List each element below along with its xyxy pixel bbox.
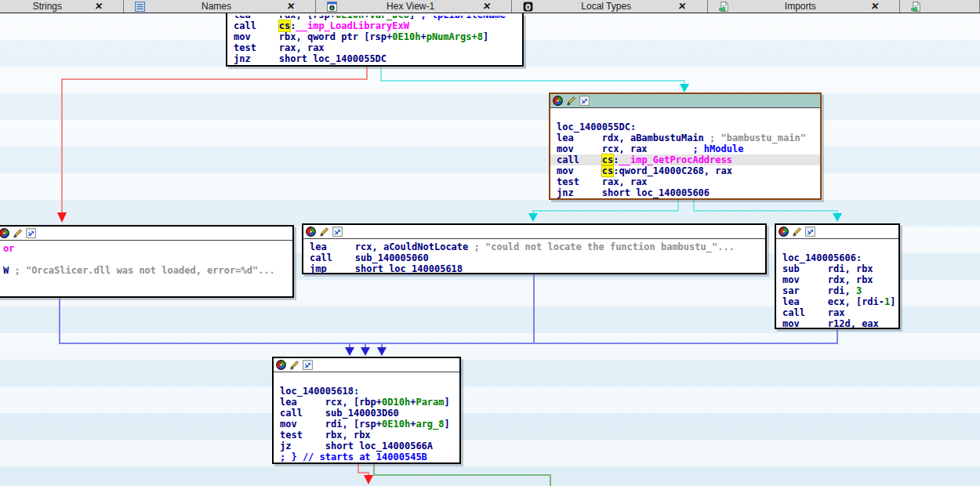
- frame-icon[interactable]: [579, 96, 590, 106]
- code-line: lea rdx, [rsp+0E10h+var_DC8] ; lpLibFile…: [227, 16, 522, 20]
- svg-text:0: 0: [525, 2, 531, 11]
- code-line: mov rdx, rbx: [776, 274, 898, 285]
- edge-top-jnz-cyan-arrowhead: [680, 84, 689, 92]
- tab-imports[interactable]: Imports✕: [708, 0, 901, 13]
- wheel-icon[interactable]: [276, 360, 286, 370]
- code-line: mov cs:qword_14000C268, rax: [550, 165, 820, 176]
- wheel-icon[interactable]: [779, 227, 789, 237]
- tab-label: Names: [146, 1, 288, 12]
- basic-block-loadlibrary[interactable]: lea rdx, [rsp+0E10h+var_DC8] ; lpLibFile…: [226, 13, 524, 67]
- code-line: loc_140005618:: [274, 386, 459, 397]
- pencil-icon[interactable]: [792, 227, 802, 237]
- tab-hex-view-1[interactable]: Hex View-1✕: [316, 0, 512, 13]
- node-header: [274, 358, 459, 372]
- pencil-icon[interactable]: [289, 360, 299, 370]
- pencil-icon[interactable]: [13, 228, 23, 238]
- code-line: [0, 276, 292, 287]
- code-line: call sub_140003D60: [274, 408, 459, 419]
- code-line: mov r12d, eax: [776, 318, 898, 329]
- code-line: [550, 111, 820, 121]
- code-line: W ; "OrcaSlicer.dll was not loaded, erro…: [0, 265, 292, 276]
- edge-into-bottom-2-blue-arrowhead: [361, 347, 370, 356]
- tab-close-icon[interactable]: ✕: [678, 1, 688, 12]
- frame-icon[interactable]: [303, 360, 313, 370]
- code-line: ; } // starts at 14000545B: [274, 452, 459, 462]
- tab-strings[interactable]: Strings✕: [0, 0, 124, 13]
- basic-block-orcaslicer-error[interactable]: orW ; "OrcaSlicer.dll was not loaded, er…: [0, 225, 294, 298]
- tab-label: Local Types: [534, 1, 679, 12]
- list-icon: [134, 1, 146, 13]
- code-line: [776, 241, 898, 252]
- tab-label: Strings: [0, 1, 95, 12]
- code-line: lea rdx, aBambustuMain ; "bambustu_main": [550, 132, 820, 143]
- node-header: [550, 94, 820, 108]
- tab-close-icon[interactable]: ✕: [870, 1, 880, 12]
- node-header: [303, 225, 765, 239]
- basic-block-loc-140005606[interactable]: loc_140005606:sub rdi, rbxmov rdx, rbxsa…: [775, 223, 900, 329]
- tab-names[interactable]: Names✕: [124, 0, 317, 13]
- page-icon: [718, 1, 730, 13]
- frame-icon[interactable]: [805, 227, 815, 237]
- tab-close-icon[interactable]: ✕: [482, 1, 492, 12]
- code-line: test rax, rax: [227, 42, 522, 53]
- code-line: sub rdi, rbx: [776, 263, 898, 274]
- zero-icon: 0: [522, 1, 534, 13]
- code-line: or: [0, 243, 292, 254]
- code-line: jmp short loc_140005618: [303, 263, 765, 274]
- tab-label: Imports: [730, 1, 872, 12]
- pencil-icon[interactable]: [566, 96, 576, 106]
- code-line: loc_1400055DC:: [550, 121, 820, 132]
- edge-bottom-jz-fallthrough-red-arrowhead: [364, 475, 373, 484]
- code-line: [274, 375, 459, 386]
- tab-close-icon[interactable]: ✕: [94, 1, 103, 12]
- tab-local-types[interactable]: 0Local Types✕: [512, 0, 708, 13]
- frame-icon[interactable]: [26, 228, 36, 238]
- edge-into-bottom-1-blue-arrowhead: [345, 347, 354, 356]
- code-line: mov rdi, [rsp+0E10h+arg_8]: [274, 419, 459, 430]
- code-line: jnz short loc_140005606: [550, 187, 820, 198]
- graph-canvas[interactable]: lea rdx, [rsp+0E10h+var_DC8] ; lpLibFile…: [0, 13, 980, 486]
- tab-bar: Strings✕Names✕Hex View-1✕0Local Types✕Im…: [0, 0, 980, 13]
- code-line: sar rdi, 3: [776, 285, 898, 296]
- code-line: [0, 287, 292, 298]
- node-header: [0, 227, 292, 241]
- wheel-icon[interactable]: [0, 228, 9, 238]
- code-line: test rax, rax: [550, 176, 820, 187]
- tab-close-icon[interactable]: ✕: [286, 1, 296, 12]
- wheel-icon[interactable]: [306, 227, 316, 237]
- basic-block-loc-140005618[interactable]: loc_140005618:lea rcx, [rbp+0D10h+Param]…: [272, 357, 461, 464]
- edge-bottom-jz-fallthrough-red: [358, 464, 368, 475]
- code-line: lea ecx, [rdi-1]: [776, 296, 898, 307]
- edge-top-jnz-cyan: [381, 67, 684, 85]
- page-icon: [910, 1, 922, 13]
- edge-dc-jnz-cyan: [694, 200, 837, 214]
- code-line: mov rcx, rax ; hModule: [550, 143, 820, 154]
- code-line: lea rcx, [rbp+0D10h+Param]: [274, 397, 459, 408]
- edge-merge-horizontal-blue: [60, 298, 837, 343]
- edge-bottom-jz-taken-green: [374, 464, 550, 486]
- edge-dc-fallthrough-cyan-arrowhead: [528, 213, 538, 222]
- wheel-icon[interactable]: [553, 96, 563, 106]
- code-line: jz short loc_14000566A: [274, 441, 459, 452]
- basic-block-loc-1400055DC[interactable]: loc_1400055DC:lea rdx, aBambustuMain ; "…: [549, 92, 822, 200]
- edge-dc-jnz-cyan-arrowhead: [833, 213, 842, 222]
- code-line: mov rbx, qword ptr [rsp+0E10h+pNumArgs+8…: [227, 31, 522, 42]
- code-line: call cs:__imp_LoadLibraryExW: [227, 20, 522, 31]
- hex-icon: [326, 1, 338, 13]
- code-line: test rbx, rbx: [274, 430, 459, 441]
- tab-label: Hex View-1: [338, 1, 483, 12]
- node-header: [776, 225, 898, 239]
- code-line: lea rcx, aCouldNotLocate ; "could not lo…: [303, 241, 765, 252]
- code-line: loc_140005606:: [776, 252, 898, 263]
- frame-icon[interactable]: [332, 227, 343, 237]
- code-line: [0, 254, 292, 265]
- edge-into-bottom-3-blue-arrowhead: [377, 347, 387, 356]
- basic-block-could-not-locate[interactable]: lea rcx, aCouldNotLocate ; "could not lo…: [302, 223, 767, 274]
- edge-dc-fallthrough-cyan: [533, 200, 678, 214]
- code-line: jnz short loc_1400055DC: [227, 53, 522, 64]
- code-line: call cs:__imp_GetProcAddress: [550, 154, 820, 165]
- edge-top-fallthrough-red: [62, 67, 367, 212]
- code-line: call rax: [776, 307, 898, 318]
- pencil-icon[interactable]: [319, 227, 329, 237]
- tab-partial[interactable]: [900, 0, 980, 13]
